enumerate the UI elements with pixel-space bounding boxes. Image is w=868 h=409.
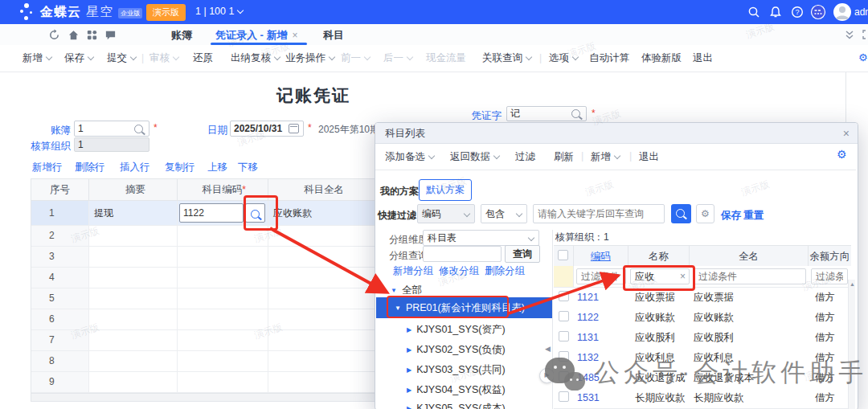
edit-group-link[interactable]: 修改分组	[439, 264, 479, 278]
grid-row-1[interactable]: 1 提现 应收账款	[31, 201, 375, 226]
col-header-direction[interactable]: 余额方向	[809, 246, 851, 267]
tree-node-assets[interactable]: ▶KJYS01_SYS(资产)	[407, 323, 506, 337]
account-row[interactable]: 1131 应收股利 应收股利 借方	[554, 328, 851, 349]
account-code-input[interactable]	[179, 203, 244, 223]
move-down-link[interactable]: 下移	[238, 161, 258, 174]
grid-row-4[interactable]: 4	[31, 268, 375, 288]
tree-node-common[interactable]: ▶KJYS03_SYS(共同)	[407, 363, 506, 377]
toolbar-auto-calc-button[interactable]: 自动计算	[589, 51, 629, 65]
insert-row-link[interactable]: 插入行	[120, 161, 150, 174]
filter-field-select[interactable]: 编码	[417, 204, 475, 223]
home-icon[interactable]	[68, 29, 80, 41]
expand-icon[interactable]	[862, 29, 868, 43]
row-checkbox[interactable]	[559, 391, 569, 402]
toolbar-restore-button[interactable]: 还原	[193, 51, 213, 65]
service-menu-icon[interactable]	[810, 4, 826, 20]
grid-row-9[interactable]: 9	[31, 372, 375, 393]
expand-panel-icon[interactable]: ▶	[539, 368, 555, 383]
default-plan-button[interactable]: 默认方案	[419, 179, 472, 201]
toolbar-business-ops-button[interactable]: 业务操作	[285, 51, 334, 65]
row-checkbox[interactable]	[559, 371, 569, 382]
select-all-checkbox[interactable]	[554, 246, 574, 267]
tab-close-icon[interactable]: ×	[293, 30, 298, 41]
toolbar-save-button[interactable]: 保存	[64, 51, 93, 65]
delete-row-link[interactable]: 删除行	[75, 161, 105, 174]
save-filter-link[interactable]: 保存	[721, 209, 741, 223]
calendar-icon[interactable]	[289, 124, 299, 133]
lookup-icon[interactable]	[134, 125, 143, 133]
row-checkbox[interactable]	[559, 331, 569, 342]
tab-accounts[interactable]: 科目	[323, 28, 344, 43]
filter-operator-select[interactable]: 包含	[481, 204, 527, 223]
col-header-name[interactable]: 名称	[628, 246, 690, 267]
tree-node-equity[interactable]: ▶KJYS04_SYS(权益)	[407, 383, 506, 397]
refresh-button[interactable]: 刷新	[554, 150, 574, 164]
add-row-link[interactable]: 新增行	[32, 161, 63, 174]
voucher-word-field[interactable]: 记	[506, 106, 587, 121]
lookup-icon[interactable]	[571, 109, 580, 118]
fullname-filter-input[interactable]	[694, 268, 806, 284]
filter-button[interactable]: 过滤	[515, 150, 535, 164]
keyword-search-input[interactable]	[533, 204, 665, 223]
direction-filter-input[interactable]	[811, 268, 848, 284]
username[interactable]: admin	[854, 6, 868, 18]
move-up-link[interactable]: 上移	[207, 161, 227, 174]
toolbar-cashier-review-button[interactable]: 出纳复核	[231, 51, 280, 65]
collapse-panel-icon[interactable]: ◀	[545, 345, 551, 353]
collapse-toolbar-icon[interactable]	[844, 29, 855, 43]
row-checkbox[interactable]	[559, 291, 569, 301]
toolbar-new-ui-button[interactable]: 体验新版	[641, 51, 682, 65]
grid-row-8[interactable]: 8	[31, 351, 375, 372]
org-book-selector[interactable]: 1 | 100 1	[195, 6, 243, 17]
toolbar-submit-button[interactable]: 提交	[107, 51, 136, 65]
tree-node-cost[interactable]: ▶KJYS05_SYS(成本)	[407, 402, 506, 409]
delete-group-link[interactable]: 删除分组	[485, 264, 525, 278]
search-button[interactable]	[671, 204, 691, 223]
account-row[interactable]: 1122 应收账款 应收账款 借方	[554, 308, 851, 329]
tab-account-books[interactable]: 账簿	[171, 28, 192, 43]
search-icon[interactable]	[747, 6, 760, 18]
group-search-button[interactable]: 查询	[505, 245, 540, 263]
group-search-input[interactable]	[423, 246, 502, 262]
help-icon[interactable]: ?	[791, 6, 804, 18]
add-group-link[interactable]: 新增分组	[393, 264, 433, 278]
tab-voucher-entry[interactable]: 凭证录入 - 新增×	[215, 28, 298, 43]
tree-expanded-icon[interactable]: ▼	[391, 287, 397, 294]
toolbar-gear-icon[interactable]: ⚙	[858, 51, 868, 63]
toolbar-related-query-button[interactable]: 关联查询	[482, 51, 531, 65]
account-row[interactable]: 1132 应收利息 应收利息 借方	[554, 348, 851, 369]
grid-row-5[interactable]: 5	[31, 288, 375, 309]
group-dimension-select[interactable]: 科目表	[423, 230, 539, 246]
new-account-button[interactable]: 新增	[591, 150, 620, 164]
col-header-fullname[interactable]: 全名	[690, 246, 808, 267]
code-filter-input[interactable]	[576, 268, 626, 284]
summary-cell[interactable]: 提现	[89, 201, 178, 225]
message-icon[interactable]	[104, 29, 117, 41]
copy-row-link[interactable]: 复制行	[165, 161, 195, 174]
dialog-exit-button[interactable]: 退出	[639, 150, 659, 164]
grid-row-6[interactable]: 6	[31, 309, 375, 330]
add-candidate-button[interactable]: 添加备选	[385, 150, 434, 164]
toolbar-options-button[interactable]: 选项	[549, 51, 578, 65]
tree-node-liabilities[interactable]: ▶KJYS02_SYS(负债)	[407, 343, 506, 357]
notification-bell-icon[interactable]	[769, 6, 782, 18]
toolbar-exit-button[interactable]: 退出	[693, 51, 713, 65]
toolbar-new-button[interactable]: 新增	[23, 51, 51, 65]
grid-row-2[interactable]: 2	[31, 226, 375, 247]
return-data-button[interactable]: 返回数据	[450, 150, 499, 164]
row-checkbox[interactable]	[559, 351, 569, 362]
col-header-code[interactable]: 编码	[574, 246, 628, 267]
table-scrollbar[interactable]: ▲	[848, 280, 855, 409]
reset-filter-link[interactable]: 重置	[743, 209, 764, 223]
account-row[interactable]: 1121 应收票据 应收票据 借方	[554, 288, 851, 309]
grid-row-3[interactable]: 3	[31, 247, 375, 268]
row-checkbox[interactable]	[559, 311, 569, 321]
scroll-up-icon[interactable]: ▲	[850, 281, 855, 287]
dialog-close-icon[interactable]: ×	[843, 127, 850, 140]
date-field[interactable]: 2025/10/31	[230, 121, 304, 137]
dialog-gear-icon[interactable]: ⚙	[837, 148, 847, 161]
account-row[interactable]: 1485 应收退货成本 应收退货成本 借方	[554, 368, 851, 389]
grid-row-7[interactable]: 7	[31, 330, 375, 351]
sync-icon[interactable]	[48, 29, 60, 41]
account-row[interactable]: 1531 长期应收款 长期应收款 借方	[554, 388, 851, 409]
